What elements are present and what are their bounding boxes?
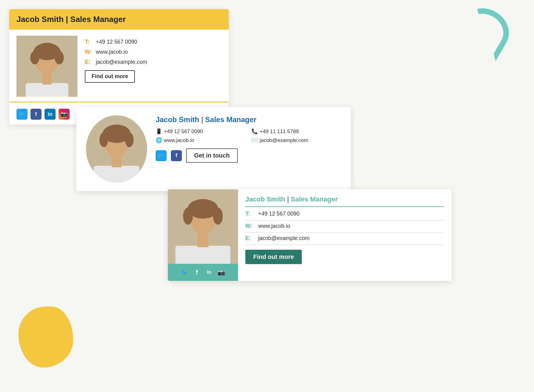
card2-role: Sales Manager: [205, 115, 256, 124]
person-avatar-2: [86, 115, 147, 183]
svg-point-7: [55, 51, 64, 64]
card3-photo-area: 🐦 f in 📷: [168, 189, 238, 281]
card3-title: Jacob Smith | Sales Manager: [245, 195, 444, 207]
card3-cta-button[interactable]: Find out more: [245, 250, 302, 264]
card2-email-value: jacob@example.com: [260, 137, 308, 143]
signature-card-2: Jacob Smith | Sales Manager 📱 +49 12 567…: [76, 107, 351, 191]
svg-rect-11: [94, 166, 139, 183]
teal-arc-decoration: [453, 0, 517, 61]
card1-website-value: www.jacob.io: [96, 49, 128, 55]
svg-rect-21: [197, 232, 208, 247]
globe-icon: 🌐: [156, 137, 162, 143]
card2-info-grid: 📱 +49 12 567 0090 📞 +49 11 111 5789 🌐 ww…: [156, 128, 341, 143]
card2-name: Jacob Smith: [156, 115, 199, 124]
card2-cta-button[interactable]: Get in touch: [186, 148, 238, 163]
card3-phone-row: T: +49 12 567 0090: [245, 211, 444, 217]
card3-email-row: E: jacob@example.com: [245, 235, 444, 241]
card1-phone-value: +49 12 567 0090: [96, 39, 137, 45]
card1-body: T: +49 12 567 0090 W: www.jacob.io E: ja…: [9, 30, 229, 102]
card3-email-value: jacob@example.com: [258, 235, 309, 241]
card3-linkedin-icon[interactable]: in: [204, 268, 214, 277]
svg-rect-12: [112, 154, 121, 167]
card2-content: Jacob Smith | Sales Manager 📱 +49 12 567…: [156, 115, 341, 163]
email-icon: ✉️: [251, 137, 258, 143]
card2-phone1-row: 📱 +49 12 567 0090: [156, 128, 245, 135]
card3-btn-row: Find out more: [245, 250, 444, 264]
card2-title: Jacob Smith | Sales Manager: [156, 115, 341, 124]
card2-inner: Jacob Smith | Sales Manager 📱 +49 12 567…: [86, 115, 341, 183]
facebook-icon[interactable]: f: [31, 109, 41, 120]
svg-point-15: [125, 132, 134, 147]
card1-website-row: W: www.jacob.io: [85, 49, 222, 55]
card3-divider-1: [245, 220, 444, 220]
card1-email-label: E:: [85, 59, 93, 65]
card1-info: T: +49 12 567 0090 W: www.jacob.io E: ja…: [85, 36, 222, 97]
card3-facebook-icon[interactable]: f: [192, 268, 201, 277]
card1-phone-row: T: +49 12 567 0090: [85, 39, 222, 45]
card1-title: Jacob Smith | Sales Manager: [16, 15, 126, 24]
card2-email-row: ✉️ jacob@example.com: [251, 137, 341, 143]
card3-divider-3: [245, 245, 444, 245]
person-avatar-1: [16, 36, 78, 97]
card3-pipe: |: [287, 195, 289, 203]
card1-phone-label: T:: [85, 39, 93, 45]
card1-photo: [16, 36, 78, 97]
card3-twitter-icon[interactable]: 🐦: [180, 268, 189, 277]
card2-website-value: www.jacob.io: [164, 137, 194, 143]
card2-phone1-value: +49 12 567 0090: [164, 129, 203, 135]
svg-point-24: [213, 208, 223, 225]
card3-phone-value: +49 12 567 0090: [258, 211, 300, 217]
svg-rect-4: [42, 72, 52, 85]
card3-instagram-icon[interactable]: 📷: [217, 268, 226, 277]
card3-website-row: W: www.jacob.io: [245, 223, 444, 229]
card3-website-value: www.jacob.io: [258, 223, 290, 229]
card2-facebook-icon[interactable]: f: [171, 150, 182, 161]
card2-phone2-row: 📞 +49 11 111 5789: [251, 128, 341, 135]
svg-point-6: [30, 51, 39, 64]
card2-bottom: 🐦 f Get in touch: [156, 148, 341, 163]
svg-point-14: [99, 132, 108, 147]
card2-twitter-icon[interactable]: 🐦: [156, 150, 167, 161]
card1-header: Jacob Smith | Sales Manager: [9, 9, 229, 30]
twitter-icon[interactable]: 🐦: [16, 109, 27, 120]
mobile-icon: 📱: [156, 128, 162, 135]
yellow-blob-decoration: [18, 307, 73, 368]
card3-social-bar: 🐦 f in 📷: [168, 264, 238, 281]
card1-website-label: W:: [85, 49, 93, 55]
card2-phone2-value: +49 11 111 5789: [260, 129, 299, 135]
phone-icon: 📞: [251, 128, 258, 135]
card3-email-label: E:: [245, 235, 256, 241]
card1-email-value: jacob@example.com: [96, 59, 147, 65]
card3-phone-label: T:: [245, 211, 256, 217]
person-avatar-3: [168, 189, 238, 269]
card3-divider-2: [245, 232, 444, 233]
card3-website-label: W:: [245, 223, 256, 229]
instagram-icon[interactable]: 📷: [59, 109, 70, 120]
linkedin-icon[interactable]: in: [45, 109, 56, 120]
signature-card-3: 🐦 f in 📷 Jacob Smith | Sales Manager T: …: [168, 189, 452, 281]
card3-content: Jacob Smith | Sales Manager T: +49 12 56…: [238, 189, 452, 281]
svg-rect-3: [26, 83, 68, 97]
card2-website-row: 🌐 www.jacob.io: [156, 137, 245, 143]
card1-email-row: E: jacob@example.com: [85, 59, 222, 65]
card2-photo: [86, 115, 147, 183]
card3-role: Sales Manager: [291, 195, 338, 203]
card3-name: Jacob Smith: [245, 195, 285, 203]
svg-point-23: [183, 208, 193, 225]
card1-cta-button[interactable]: Find out more: [85, 70, 135, 83]
